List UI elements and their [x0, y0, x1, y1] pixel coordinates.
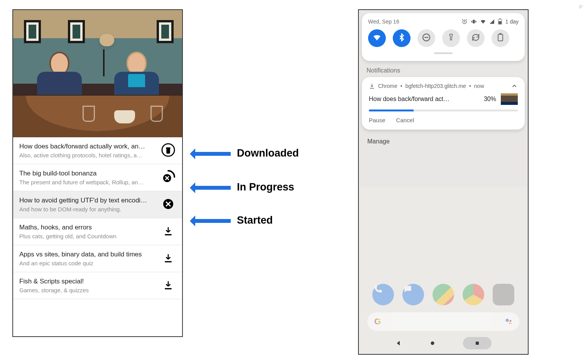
alarm-icon [461, 19, 468, 25]
lamp-icon [96, 31, 111, 69]
quick-settings-panel: Wed, Sep 16 1 day [362, 13, 525, 61]
download-button[interactable] [161, 224, 176, 239]
cancel-icon [162, 198, 174, 211]
progress-bar [369, 110, 518, 111]
list-item[interactable]: How to avoid getting UTF'd by text encod… [13, 191, 182, 218]
drag-handle-icon[interactable] [434, 52, 453, 54]
episode-title: The big build-tool bonanza [19, 170, 156, 177]
search-bar[interactable]: G [367, 312, 519, 331]
notification-time: now [474, 83, 484, 89]
bluetooth-icon [397, 33, 406, 43]
svg-point-12 [510, 320, 512, 322]
qs-flashlight-toggle[interactable] [442, 29, 460, 47]
episode-subtitle: Also, active clothing protocols, hotel r… [19, 152, 156, 158]
episode-subtitle: The present and future of webpack, Rollu… [19, 179, 156, 185]
battery-text: 1 day [505, 19, 519, 25]
annotation-label-in-progress: In Progress [237, 181, 294, 193]
svg-point-11 [506, 319, 509, 322]
annotation-label-downloaded: Downloaded [237, 147, 299, 159]
list-item[interactable]: Maths, hooks, and errorsPlus cats, getti… [13, 218, 182, 245]
mug [114, 110, 135, 123]
thumb-label: HTTP 203 [501, 102, 518, 105]
cancel-download-button[interactable] [161, 170, 176, 185]
annotation-label-started: Started [237, 214, 273, 226]
page-marker: P [579, 4, 583, 10]
list-item[interactable]: The big build-tool bonanzaThe present an… [13, 164, 182, 191]
qs-rotate-toggle[interactable] [467, 29, 485, 47]
notification-title: How does back/forward act… [369, 96, 449, 103]
picture-frame [24, 20, 41, 43]
qs-dnd-toggle[interactable] [417, 29, 435, 47]
status-date: Wed, Sep 16 [368, 19, 399, 25]
cell-signal-icon [489, 19, 495, 24]
download-notification[interactable]: Chrome • bgfetch-http203.glitch.me • now… [362, 77, 525, 130]
picture-frame [157, 20, 174, 43]
list-item[interactable]: Fish & Scripts special!Games, storage, &… [13, 272, 182, 299]
manage-button[interactable]: Manage [367, 138, 528, 145]
notification-percent: 30% [484, 96, 496, 103]
download-button[interactable] [161, 278, 176, 293]
episode-subtitle: And an epic status code quiz [19, 260, 156, 266]
rotate-icon [471, 33, 480, 44]
picture-frame [68, 20, 85, 43]
vibrate-icon [471, 19, 477, 25]
annotation-arrow [191, 152, 231, 156]
app-screenshot: How does back/forward actually work, an…… [12, 9, 183, 337]
qs-wifi-toggle[interactable] [368, 29, 386, 47]
chevron-up-icon[interactable] [511, 83, 518, 89]
battery-saver-icon [497, 33, 504, 43]
status-icons: 1 day [461, 19, 519, 25]
android-screenshot: Wed, Sep 16 1 day Notifications Chrome • [358, 9, 529, 355]
recents-nav-icon[interactable] [463, 337, 492, 349]
episode-subtitle: Games, storage, & quizzes [19, 287, 156, 293]
camera-app-icon[interactable] [493, 284, 514, 305]
notifications-header: Notifications [367, 67, 528, 74]
svg-rect-10 [500, 34, 501, 34]
download-icon [163, 253, 173, 265]
download-icon [163, 280, 173, 292]
svg-rect-6 [499, 19, 501, 19]
cancel-progress-icon [161, 170, 176, 186]
notification-origin: bgfetch-http203.glitch.me [406, 83, 466, 89]
trash-circle-icon [161, 143, 176, 159]
home-dock [359, 284, 528, 305]
back-nav-icon[interactable] [395, 340, 402, 347]
play-store-app-icon[interactable] [433, 284, 454, 305]
svg-rect-16 [476, 342, 479, 345]
download-icon [163, 226, 173, 238]
assistant-icon[interactable] [505, 318, 512, 325]
qs-battery-saver-toggle[interactable] [492, 29, 509, 47]
glass [83, 106, 95, 122]
wifi-signal-icon [480, 19, 486, 25]
episode-title: How to avoid getting UTF'd by text encod… [19, 197, 156, 204]
flashlight-icon [447, 33, 455, 44]
list-item[interactable]: How does back/forward actually work, an…… [13, 137, 182, 164]
home-nav-icon[interactable] [429, 340, 436, 347]
android-nav-bar [359, 335, 528, 351]
list-item[interactable]: Apps vs sites, binary data, and build ti… [13, 245, 182, 272]
qs-bluetooth-toggle[interactable] [393, 29, 411, 47]
delete-download-button[interactable] [161, 143, 176, 158]
download-icon [369, 83, 375, 89]
dnd-icon [422, 33, 431, 44]
chrome-app-icon[interactable] [463, 284, 484, 305]
person [113, 52, 160, 102]
wifi-icon [372, 33, 382, 44]
annotation-arrow [191, 219, 231, 223]
person [36, 52, 83, 102]
download-button[interactable] [161, 251, 176, 266]
phone-app-icon[interactable] [372, 284, 394, 305]
episode-list: How does back/forward actually work, an…… [13, 137, 182, 299]
svg-rect-9 [498, 34, 503, 41]
cancel-download-button[interactable] [161, 197, 176, 212]
cancel-button[interactable]: Cancel [396, 117, 414, 123]
svg-point-13 [509, 322, 510, 324]
glass [150, 106, 163, 122]
messages-app-icon[interactable] [402, 284, 424, 305]
episode-title: Maths, hooks, and errors [19, 224, 156, 231]
svg-point-15 [431, 342, 434, 345]
episode-subtitle: Plus cats, getting old, and Countdown [19, 233, 156, 239]
pause-button[interactable]: Pause [369, 117, 385, 123]
svg-rect-7 [498, 21, 501, 24]
annotation-arrow [191, 186, 231, 190]
